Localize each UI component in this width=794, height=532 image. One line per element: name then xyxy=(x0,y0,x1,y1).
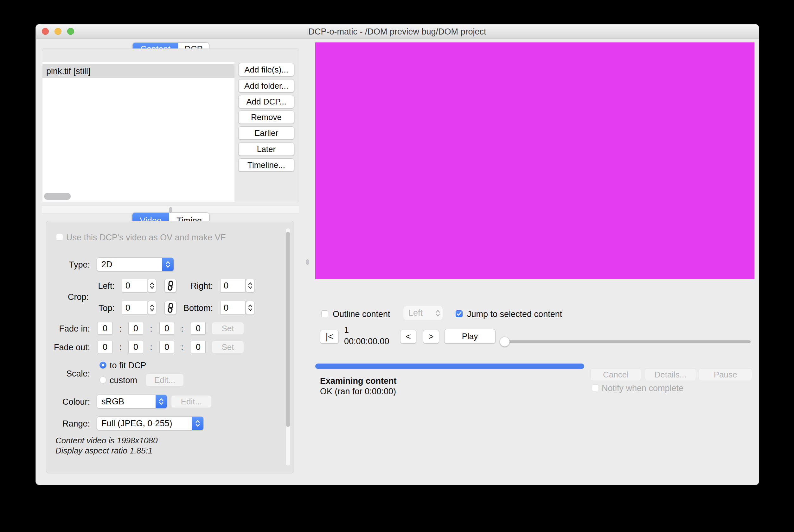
cancel-button: Cancel xyxy=(590,368,641,381)
chevron-up-down-icon xyxy=(155,395,167,408)
fade-in-minutes-field[interactable]: 0 xyxy=(128,322,143,335)
crop-bottom-field[interactable]: 0 xyxy=(220,301,245,315)
seek-slider-track[interactable] xyxy=(505,340,751,343)
title-bar[interactable]: DCP-o-matic - /DOM preview bug/DOM proje… xyxy=(36,24,759,39)
scale-fit-radio[interactable] xyxy=(99,362,107,368)
content-video-info: Content video is 1998x1080 xyxy=(55,436,158,445)
fade-in-seconds-field[interactable]: 0 xyxy=(159,322,174,335)
scrollbar-thumb[interactable] xyxy=(286,232,290,427)
notify-when-complete-checkbox xyxy=(592,384,599,392)
fade-separator: : xyxy=(178,324,187,334)
timeline-button[interactable]: Timeline... xyxy=(238,158,294,172)
scale-label: Scale: xyxy=(42,369,90,379)
crop-right-field[interactable]: 0 xyxy=(220,279,245,292)
earlier-button[interactable]: Earlier xyxy=(238,126,294,140)
aspect-ratio-info: Display aspect ratio 1.85:1 xyxy=(55,446,152,456)
play-button[interactable]: Play xyxy=(444,329,496,344)
fade-in-label: Fade in: xyxy=(42,324,90,334)
chevron-up-down-icon xyxy=(433,306,443,320)
crop-bottom-stepper[interactable] xyxy=(246,301,254,315)
colour-dropdown[interactable]: sRGB xyxy=(97,395,167,408)
fade-out-minutes-field[interactable]: 0 xyxy=(128,341,143,354)
crop-top-label: Top: xyxy=(83,303,115,313)
chain-link-icon xyxy=(167,281,174,291)
scale-custom-label[interactable]: custom xyxy=(110,376,137,385)
step-forward-button[interactable]: > xyxy=(423,330,439,344)
chevron-up-down-icon xyxy=(192,417,203,430)
range-label: Range: xyxy=(42,419,90,429)
fade-out-hours-field[interactable]: 0 xyxy=(97,341,112,354)
video-panel-scrollbar[interactable] xyxy=(285,228,291,466)
type-label: Type: xyxy=(46,260,90,270)
range-value: Full (JPEG, 0-255) xyxy=(97,419,192,429)
fade-separator: : xyxy=(116,324,125,334)
list-item[interactable]: pink.tif [still] xyxy=(42,64,235,78)
colour-label: Colour: xyxy=(42,397,90,407)
checkmark-icon xyxy=(457,311,462,316)
crop-bottom-label: Bottom: xyxy=(172,303,213,313)
add-folder-button[interactable]: Add folder... xyxy=(238,79,294,93)
crop-right-stepper[interactable] xyxy=(246,279,254,292)
job-status: OK (ran for 0:00:00) xyxy=(320,387,396,397)
seek-slider-thumb[interactable] xyxy=(500,337,510,347)
rewind-to-start-button[interactable]: |< xyxy=(320,330,339,344)
timecode: 00:00:00.00 xyxy=(344,337,389,346)
type-value: 2D xyxy=(97,260,162,269)
type-dropdown[interactable]: 2D xyxy=(97,258,174,271)
colour-edit-button: Edit... xyxy=(171,395,211,408)
crop-right-label: Right: xyxy=(175,281,213,291)
eye-position-dropdown: Left xyxy=(403,306,443,320)
scale-edit-button: Edit... xyxy=(146,374,184,386)
eye-position-value: Left xyxy=(403,308,433,318)
content-file-list[interactable]: pink.tif [still] xyxy=(42,62,235,202)
ov-vf-label: Use this DCP's video as OV and make VF xyxy=(66,233,226,243)
ov-vf-checkbox xyxy=(56,234,63,241)
fade-in-frames-field[interactable]: 0 xyxy=(191,322,206,335)
frame-number: 1 xyxy=(344,325,349,335)
crop-top-stepper[interactable] xyxy=(148,301,156,315)
crop-left-field[interactable]: 0 xyxy=(122,279,147,292)
outline-content-checkbox[interactable] xyxy=(321,310,328,317)
later-button[interactable]: Later xyxy=(238,142,294,156)
remove-button[interactable]: Remove xyxy=(238,111,294,124)
app-window: DCP-o-matic - /DOM preview bug/DOM proje… xyxy=(36,24,759,485)
fade-out-frames-field[interactable]: 0 xyxy=(191,341,206,354)
outline-content-label[interactable]: Outline content xyxy=(333,309,390,319)
scale-fit-label[interactable]: to fit DCP xyxy=(110,361,146,370)
window-title: DCP-o-matic - /DOM preview bug/DOM proje… xyxy=(36,24,759,39)
add-dcp-button[interactable]: Add DCP... xyxy=(238,95,294,108)
details-button: Details... xyxy=(645,368,696,381)
fade-separator: : xyxy=(146,343,156,353)
jump-to-selected-label[interactable]: Jump to selected content xyxy=(467,309,562,319)
fade-out-seconds-field[interactable]: 0 xyxy=(159,341,174,354)
vertical-splitter-handle-icon[interactable] xyxy=(306,259,309,265)
fade-out-set-button: Set xyxy=(211,341,244,354)
splitter-handle-icon[interactable] xyxy=(169,207,172,212)
step-back-button[interactable]: < xyxy=(400,330,416,344)
fade-separator: : xyxy=(178,343,187,353)
fade-out-label: Fade out: xyxy=(42,343,90,353)
fade-separator: : xyxy=(116,343,125,353)
colour-value: sRGB xyxy=(97,397,155,406)
fade-in-set-button: Set xyxy=(211,322,244,335)
range-dropdown[interactable]: Full (JPEG, 0-255) xyxy=(97,416,204,430)
horizontal-scrollbar[interactable] xyxy=(44,193,71,200)
fade-in-hours-field[interactable]: 0 xyxy=(97,322,112,335)
video-preview xyxy=(315,42,754,279)
fade-separator: : xyxy=(146,324,156,334)
job-progress-bar xyxy=(315,363,584,369)
crop-left-label: Left: xyxy=(83,281,115,291)
add-files-button[interactable]: Add file(s)... xyxy=(238,63,294,76)
notify-when-complete-label: Notify when complete xyxy=(602,383,683,393)
crop-top-field[interactable]: 0 xyxy=(122,301,147,315)
chevron-up-down-icon xyxy=(162,258,173,271)
jump-to-selected-checkbox[interactable] xyxy=(456,310,463,317)
pause-button: Pause xyxy=(699,368,752,381)
crop-left-stepper[interactable] xyxy=(148,279,156,292)
scale-custom-radio[interactable] xyxy=(99,377,107,383)
crop-label: Crop: xyxy=(57,292,89,302)
job-title: Examining content xyxy=(320,376,397,386)
